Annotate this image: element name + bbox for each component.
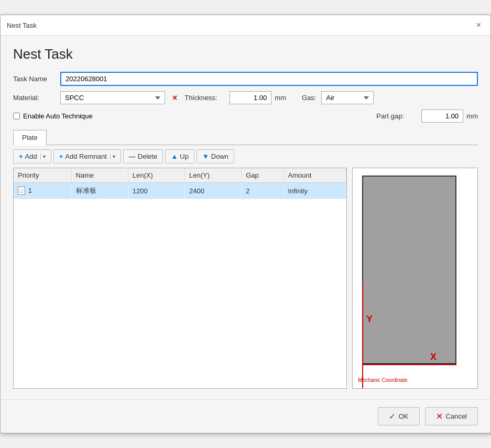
col-leny: Len(Y) xyxy=(184,168,241,183)
auto-technique-label: Enable Auto Technique xyxy=(23,112,93,120)
cancel-icon: ✕ xyxy=(436,411,443,421)
part-gap-unit: mm xyxy=(466,112,478,120)
col-name: Name xyxy=(71,168,128,183)
up-icon: ▲ xyxy=(171,152,178,160)
plate-preview-rect xyxy=(362,176,456,364)
task-name-row: Task Name xyxy=(13,72,478,86)
up-button[interactable]: ▲ Up xyxy=(165,149,194,163)
material-clear-button[interactable]: × xyxy=(170,92,179,104)
col-gap: Gap xyxy=(242,168,283,183)
cell-name: 标准板 xyxy=(71,183,128,199)
file-icon: □ xyxy=(18,187,25,195)
plus-icon: + xyxy=(19,152,23,160)
preview-inner: Y X Mechanic Coordinate xyxy=(353,168,477,388)
part-gap-group: Part gap: mm xyxy=(376,110,478,123)
material-select[interactable]: SPCC SUS304 AL xyxy=(60,91,165,104)
x-axis-line xyxy=(362,364,456,365)
thickness-unit: mm xyxy=(275,94,286,102)
down-label: Down xyxy=(211,152,228,160)
title-bar-text: Nest Task xyxy=(7,21,37,29)
down-icon: ▼ xyxy=(202,152,209,160)
ok-icon: ✓ xyxy=(389,411,396,421)
close-button[interactable]: × xyxy=(473,19,484,31)
col-lenx: Len(X) xyxy=(128,168,184,183)
dialog-body: Nest Task Task Name Material: SPCC SUS30… xyxy=(1,36,490,399)
delete-button[interactable]: — Delete xyxy=(123,149,163,163)
x-coord-label: X xyxy=(430,352,437,363)
dialog-window: Nest Task × Nest Task Task Name Material… xyxy=(0,15,491,433)
preview-panel: Y X Mechanic Coordinate xyxy=(352,168,478,389)
part-gap-input[interactable] xyxy=(421,110,463,123)
add-dropdown-arrow[interactable]: ▾ xyxy=(40,154,46,159)
cancel-button[interactable]: ✕ Cancel xyxy=(425,407,478,425)
add-label: Add xyxy=(25,152,37,160)
add-remnant-label: Add Remnant xyxy=(65,152,107,160)
y-coord-label: Y xyxy=(366,314,373,325)
minus-icon: — xyxy=(129,152,136,160)
content-area: Priority Name Len(X) Len(Y) Gap Amount xyxy=(13,168,478,389)
plate-table: Priority Name Len(X) Len(Y) Gap Amount xyxy=(14,168,346,199)
cancel-label: Cancel xyxy=(446,412,467,420)
thickness-input[interactable] xyxy=(230,91,271,104)
cell-gap: 2 xyxy=(242,183,283,199)
cell-amount: Infinity xyxy=(283,183,346,199)
down-button[interactable]: ▼ Down xyxy=(197,149,234,163)
cell-priority: □ 1 xyxy=(14,183,71,199)
dialog-title: Nest Task xyxy=(13,46,478,62)
task-name-label: Task Name xyxy=(13,75,55,83)
material-row: Material: SPCC SUS304 AL × Thickness: mm… xyxy=(13,91,478,104)
table-container: Priority Name Len(X) Len(Y) Gap Amount xyxy=(13,168,347,389)
auto-technique-checkbox[interactable] xyxy=(13,113,20,119)
auto-technique-checkbox-row: Enable Auto Technique xyxy=(13,112,93,120)
thickness-group: Thickness: mm xyxy=(184,91,286,104)
tab-bar: Plate xyxy=(13,130,478,145)
col-amount: Amount xyxy=(283,168,346,183)
mechanic-coordinate-label: Mechanic Coordinate xyxy=(358,377,408,383)
title-bar: Nest Task × xyxy=(1,15,490,36)
col-priority: Priority xyxy=(14,168,71,183)
plus-icon-remnant: + xyxy=(59,152,63,160)
auto-technique-row: Enable Auto Technique Part gap: mm xyxy=(13,110,478,123)
ok-button[interactable]: ✓ OK xyxy=(378,407,420,425)
up-label: Up xyxy=(180,152,189,160)
add-remnant-button[interactable]: + Add Remnant ▾ xyxy=(53,149,121,163)
material-label: Material: xyxy=(13,94,55,102)
delete-label: Delete xyxy=(138,152,158,160)
toolbar: + Add ▾ + Add Remnant ▾ — Delete ▲ Up xyxy=(13,145,478,168)
ok-label: OK xyxy=(399,412,409,420)
add-remnant-dropdown-arrow[interactable]: ▾ xyxy=(110,154,115,159)
y-axis-line xyxy=(362,283,363,388)
gas-select[interactable]: Air N2 O2 xyxy=(321,91,374,104)
cell-lenx: 1200 xyxy=(128,183,184,199)
dialog-footer: ✓ OK ✕ Cancel xyxy=(1,399,490,433)
part-gap-label: Part gap: xyxy=(376,112,418,120)
cell-leny: 2400 xyxy=(184,183,241,199)
tab-plate[interactable]: Plate xyxy=(13,130,47,145)
gas-label: Gas: xyxy=(302,94,316,102)
task-name-input[interactable] xyxy=(60,72,478,86)
add-button[interactable]: + Add ▾ xyxy=(13,149,51,163)
table-row[interactable]: □ 1 标准板 1200 2400 2 Infinity xyxy=(14,183,346,199)
tab-container: Plate + Add ▾ + Add Remnant ▾ — Delete xyxy=(13,130,478,389)
thickness-label: Thickness: xyxy=(184,94,226,102)
